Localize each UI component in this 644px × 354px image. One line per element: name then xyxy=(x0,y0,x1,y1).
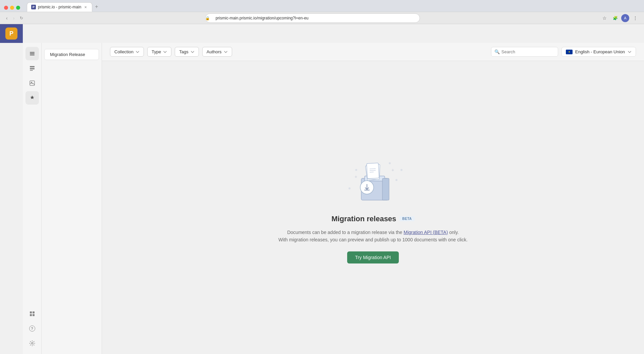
collection-chevron-icon xyxy=(136,50,140,54)
migration-title: Migration releases BETA xyxy=(331,215,415,223)
page-wrapper: P prismic.io - prismic-main ✕ + ‹ › ↻ 🔒 … xyxy=(0,0,644,354)
svg-text:+: + xyxy=(355,174,357,179)
sidebar-item-help[interactable]: ? xyxy=(25,322,39,335)
browser-toolbar: ☆ 🧩 A ⋮ xyxy=(600,13,640,23)
svg-point-13 xyxy=(355,169,357,171)
svg-line-27 xyxy=(370,172,374,172)
media-icon xyxy=(29,80,35,86)
address-lock-icon: 🔒 xyxy=(205,16,210,20)
new-tab-button[interactable]: + xyxy=(92,2,101,12)
sidebar-item-media[interactable] xyxy=(25,76,39,90)
reload-button[interactable]: ↻ xyxy=(18,14,25,22)
sidebar-item-releases[interactable] xyxy=(25,91,39,105)
svg-rect-1 xyxy=(30,53,35,54)
svg-point-15 xyxy=(395,179,397,181)
app-body: ? Migration Release Collection xyxy=(23,43,644,354)
sidebar-item-documents[interactable] xyxy=(25,62,39,75)
apps-icon xyxy=(29,311,35,317)
svg-line-25 xyxy=(370,169,376,169)
bookmark-icon[interactable]: ☆ xyxy=(600,13,609,23)
authors-filter-button[interactable]: Authors xyxy=(202,47,232,57)
eu-flag-icon: ★ xyxy=(566,50,573,54)
empty-state: + + xyxy=(102,61,644,354)
browser-tab[interactable]: P prismic.io - prismic-main ✕ xyxy=(27,2,92,12)
logo-icon: P xyxy=(9,30,13,37)
search-input[interactable] xyxy=(491,47,558,57)
sidebar-item-settings[interactable] xyxy=(25,337,39,350)
more-options-icon[interactable]: ⋮ xyxy=(631,13,640,23)
address-input[interactable] xyxy=(205,13,420,23)
extensions-icon[interactable]: 🧩 xyxy=(610,13,620,23)
tags-chevron-icon xyxy=(191,50,195,54)
migration-illustration: + + xyxy=(339,152,407,206)
address-bar-row: ‹ › ↻ 🔒 ☆ 🧩 A ⋮ xyxy=(0,12,644,24)
type-filter-button[interactable]: Type xyxy=(147,47,171,57)
back-button[interactable]: ‹ xyxy=(4,14,10,22)
svg-rect-29 xyxy=(382,178,389,200)
svg-point-12 xyxy=(31,343,33,344)
menu-icon xyxy=(29,51,35,57)
svg-rect-9 xyxy=(33,311,35,313)
svg-rect-11 xyxy=(33,314,35,316)
help-icon: ? xyxy=(29,326,35,332)
svg-rect-10 xyxy=(30,314,32,316)
tab-close-icon[interactable]: ✕ xyxy=(83,5,88,9)
browser-chrome: P prismic.io - prismic-main ✕ + xyxy=(0,0,644,12)
tab-title: prismic.io - prismic-main xyxy=(38,5,81,9)
app-header: P xyxy=(0,24,23,43)
locale-selector[interactable]: ★ English - European Union xyxy=(561,47,636,57)
search-icon: 🔍 xyxy=(494,49,500,54)
collection-filter-button[interactable]: Collection xyxy=(110,47,144,57)
svg-text:+: + xyxy=(391,167,394,173)
filter-bar: Collection Type Tags Authors xyxy=(102,43,644,61)
beta-badge: BETA xyxy=(399,216,414,221)
documents-icon xyxy=(29,65,35,71)
svg-rect-5 xyxy=(30,70,33,71)
search-wrapper: 🔍 xyxy=(491,47,558,57)
sidebar-item-menu[interactable] xyxy=(25,47,39,60)
migration-api-link[interactable]: Migration API (BETA) xyxy=(404,230,448,235)
svg-line-26 xyxy=(370,170,376,171)
main-area: Collection Type Tags Authors xyxy=(102,43,644,354)
svg-rect-2 xyxy=(30,55,35,55)
tab-favicon: P xyxy=(31,5,36,9)
try-migration-api-button[interactable]: Try Migration API xyxy=(347,251,399,263)
authors-chevron-icon xyxy=(224,50,228,54)
minimize-button[interactable] xyxy=(10,6,14,10)
profile-icon[interactable]: A xyxy=(621,14,629,22)
migration-description: Documents can be added to a migration re… xyxy=(278,229,468,244)
svg-rect-24 xyxy=(367,163,379,179)
address-wrapper: 🔒 xyxy=(28,13,597,23)
tags-filter-button[interactable]: Tags xyxy=(175,47,199,57)
svg-point-14 xyxy=(389,162,391,164)
releases-icon xyxy=(29,95,35,101)
svg-point-17 xyxy=(400,169,402,171)
app-logo[interactable]: P xyxy=(5,27,17,40)
sidebar: ? xyxy=(23,43,42,354)
locale-chevron-icon xyxy=(628,50,632,54)
svg-rect-4 xyxy=(30,68,35,69)
svg-rect-0 xyxy=(30,52,35,53)
app-layout: P xyxy=(0,24,644,354)
type-chevron-icon xyxy=(163,50,167,54)
settings-icon xyxy=(29,340,35,346)
releases-sidebar: Migration Release xyxy=(42,43,102,354)
svg-rect-8 xyxy=(30,311,32,313)
close-button[interactable] xyxy=(4,6,8,10)
forward-button[interactable]: › xyxy=(11,14,17,22)
maximize-button[interactable] xyxy=(16,6,20,10)
svg-rect-3 xyxy=(30,66,35,67)
migration-release-item[interactable]: Migration Release xyxy=(44,49,99,60)
sidebar-item-apps[interactable] xyxy=(25,307,39,320)
svg-point-16 xyxy=(348,187,351,189)
